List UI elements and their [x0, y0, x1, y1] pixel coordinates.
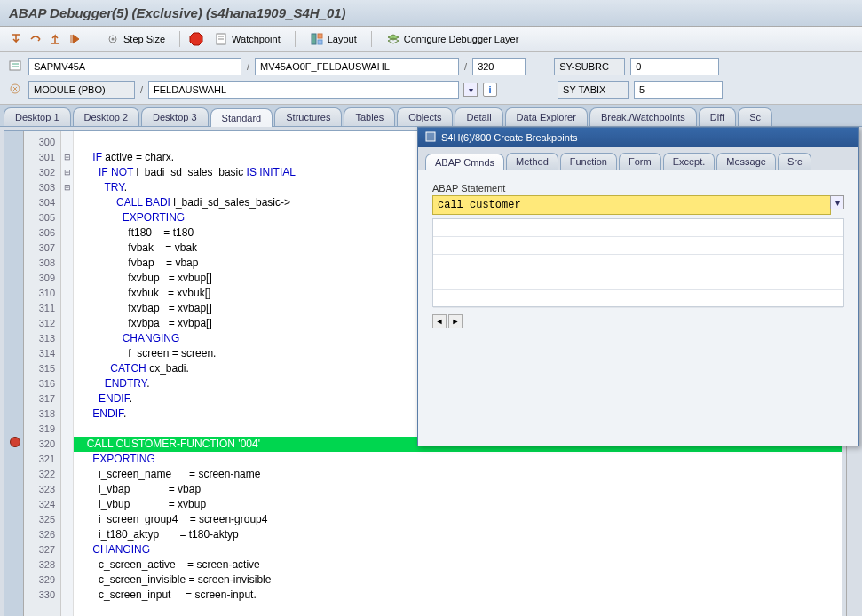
main-area: 3003013023033043053063073083093103113123… — [0, 127, 862, 616]
tabix-value[interactable] — [634, 81, 723, 99]
tab-break-watchpoints[interactable]: Break./Watchpoints — [589, 107, 697, 126]
code-line[interactable]: i_t180_aktyp = t180-aktyp — [74, 527, 842, 542]
code-line[interactable]: i_vbap = vbap — [74, 482, 842, 497]
gear-icon — [106, 32, 120, 46]
tab-desktop-3[interactable]: Desktop 3 — [141, 107, 209, 126]
tabix-label — [558, 81, 629, 99]
svg-marker-9 — [388, 35, 399, 40]
stop-icon[interactable] — [189, 32, 203, 46]
include-field[interactable] — [255, 58, 459, 75]
dialog-tab-function[interactable]: Function — [560, 153, 617, 170]
code-line[interactable]: i_screen_name = screen-name — [74, 467, 842, 482]
svg-rect-8 — [318, 40, 322, 44]
code-line[interactable]: EXPORTING — [74, 452, 842, 467]
code-line[interactable]: c_screen_active = screen-active — [74, 557, 842, 573]
tab-diff[interactable]: Diff — [699, 107, 736, 126]
code-line[interactable]: c_screen_invisible = screen-invisible — [74, 573, 842, 588]
dialog-tab-method[interactable]: Method — [506, 153, 558, 170]
context-bar: / / / ▾ i — [0, 52, 862, 105]
abap-statement-label: ABAP Statement — [432, 183, 844, 193]
svg-rect-11 — [10, 61, 20, 70]
dialog-body: ABAP Statement ▾ ◄ ► — [418, 170, 858, 446]
tab-data-explorer[interactable]: Data Explorer — [505, 107, 588, 126]
subrc-value[interactable] — [630, 58, 719, 75]
step-size-label: Step Size — [123, 34, 165, 44]
routine-icon[interactable] — [9, 83, 23, 97]
watchpoint-button[interactable]: Watchpoint — [209, 30, 286, 48]
next-button[interactable]: ► — [448, 314, 463, 328]
svg-rect-7 — [318, 34, 322, 38]
tab-sc[interactable]: Sc — [738, 107, 772, 126]
main-tabs: Desktop 1Desktop 2Desktop 3StandardStruc… — [0, 105, 862, 127]
step-out-icon[interactable] — [48, 32, 62, 46]
dialog-tab-message[interactable]: Message — [716, 153, 776, 170]
subrc-label — [554, 58, 625, 75]
dialog-titlebar[interactable]: S4H(6)/800 Create Breakpoints — [418, 128, 858, 147]
info-icon[interactable]: i — [483, 83, 497, 97]
step-over-icon[interactable] — [28, 32, 43, 46]
dialog-system-icon — [425, 131, 436, 144]
dialog-tab-src[interactable]: Src — [778, 153, 812, 170]
layout-icon — [310, 32, 324, 46]
value-help-icon[interactable]: ▾ — [463, 83, 478, 97]
document-icon — [214, 32, 228, 46]
dialog-nav: ◄ ► — [432, 314, 844, 328]
tab-tables[interactable]: Tables — [344, 107, 395, 126]
program-field[interactable] — [28, 58, 241, 75]
dialog-tabs: ABAP CmndsMethodFunctionFormExcept.Messa… — [418, 147, 858, 170]
layers-icon — [386, 32, 400, 46]
tab-desktop-1[interactable]: Desktop 1 — [4, 107, 71, 126]
code-line[interactable]: i_screen_group4 = screen-group4 — [74, 512, 842, 527]
main-toolbar: Step Size Watchpoint Layout Configure De… — [0, 27, 862, 52]
abap-statement-input[interactable] — [432, 195, 831, 215]
prev-button[interactable]: ◄ — [432, 314, 447, 328]
step-into-icon[interactable] — [9, 32, 23, 46]
tab-desktop-2[interactable]: Desktop 2 — [73, 107, 140, 126]
dialog-title: S4H(6)/800 Create Breakpoints — [441, 132, 577, 143]
tab-standard[interactable]: Standard — [210, 108, 273, 127]
fold-column[interactable]: ⊟⊟⊟ — [61, 131, 74, 616]
dialog-tab-except-[interactable]: Except. — [663, 153, 716, 170]
continue-icon[interactable] — [67, 32, 82, 46]
value-help-icon[interactable]: ▾ — [830, 195, 844, 209]
type-field — [28, 81, 135, 99]
dialog-tab-form[interactable]: Form — [619, 153, 661, 170]
tab-structures[interactable]: Structures — [274, 107, 342, 126]
line-numbers: 3003013023033043053063073083093103113123… — [24, 131, 61, 616]
svg-rect-6 — [312, 34, 316, 44]
configure-label: Configure Debugger Layer — [404, 34, 519, 44]
breakpoint-marker[interactable] — [10, 437, 20, 447]
watchpoint-label: Watchpoint — [232, 34, 281, 44]
tab-detail[interactable]: Detail — [455, 107, 502, 126]
layout-button[interactable]: Layout — [304, 30, 362, 48]
breakpoint-gutter[interactable] — [4, 131, 24, 616]
line-field[interactable] — [472, 58, 526, 75]
window-title: ABAP Debugger(5) (Exclusive) (s4hana1909… — [0, 0, 862, 27]
svg-marker-2 — [190, 33, 202, 45]
code-line[interactable]: i_vbup = xvbup — [74, 497, 842, 512]
code-line[interactable]: CHANGING — [74, 542, 842, 557]
tab-objects[interactable]: Objects — [397, 107, 453, 126]
svg-point-1 — [112, 38, 115, 41]
routine-field[interactable] — [148, 81, 459, 99]
program-icon[interactable] — [9, 59, 23, 74]
separator: / — [247, 61, 249, 72]
dialog-tab-abap-cmnds[interactable]: ABAP Cmnds — [425, 154, 504, 170]
step-size-button[interactable]: Step Size — [100, 30, 170, 48]
svg-rect-15 — [426, 132, 435, 141]
create-breakpoints-dialog: S4H(6)/800 Create Breakpoints ABAP Cmnds… — [417, 127, 859, 446]
separator: / — [140, 84, 143, 95]
code-line[interactable]: c_screen_input = screen-input. — [74, 588, 842, 603]
configure-button[interactable]: Configure Debugger Layer — [381, 30, 525, 48]
statement-list[interactable] — [432, 218, 844, 307]
layout-label: Layout — [328, 34, 357, 44]
separator: / — [464, 61, 467, 72]
